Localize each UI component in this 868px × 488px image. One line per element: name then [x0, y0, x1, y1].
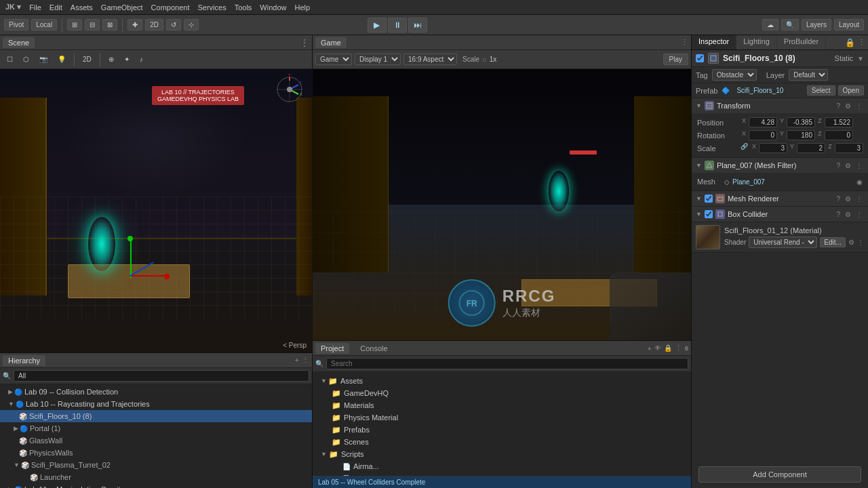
project-search-input[interactable] — [326, 358, 688, 369]
scale-lock-icon[interactable]: 🔗 — [741, 143, 748, 153]
mesh-filter-info[interactable]: ? — [835, 162, 842, 169]
app-brand[interactable]: JK ▾ — [5, 3, 21, 12]
assets-folder[interactable]: ▼ 📁 Assets — [318, 375, 686, 387]
rot-x-field[interactable] — [749, 130, 777, 140]
transform-info-icon[interactable]: ? — [835, 102, 842, 110]
prefab-select-btn[interactable]: Select — [807, 85, 835, 96]
pivot-button[interactable]: Pivot — [4, 19, 28, 30]
gizmos-button[interactable]: ⊕ — [104, 54, 118, 65]
step-button[interactable]: ⏭ — [408, 18, 427, 33]
scale-button[interactable]: ⊹ — [184, 19, 199, 30]
hierarchy-item-scifi[interactable]: 🎲 Scifi_Floors_10 (8) — [0, 410, 312, 422]
audio-button[interactable]: ♪ — [136, 54, 147, 65]
game-canvas[interactable]: FR RRCG 人人素材 — [313, 69, 691, 340]
game-tab[interactable]: Game — [315, 37, 347, 48]
hierarchy-add-icon[interactable]: + — [295, 356, 299, 365]
console-tab[interactable]: Console — [355, 343, 393, 354]
box-collider-menu[interactable]: ⋮ — [854, 211, 864, 218]
search-button[interactable]: 🔍 — [781, 19, 799, 30]
scripts-folder[interactable]: ▼ 📁 Scripts — [318, 448, 686, 460]
box-collider-header[interactable]: ▼ Box Collider ? ⚙ ⋮ — [692, 207, 868, 222]
mesh-renderer-info[interactable]: ? — [835, 195, 842, 203]
shader-menu-icon[interactable]: ⋮ — [857, 239, 864, 246]
mesh-renderer-checkbox[interactable] — [705, 195, 713, 203]
inspector-tab[interactable]: Inspector — [692, 35, 736, 49]
transform-header[interactable]: ▼ Transform ? ⚙ ⋮ — [692, 98, 868, 113]
add-component-button[interactable]: Add Component — [698, 466, 861, 483]
box-collider-settings[interactable]: ⚙ — [844, 211, 852, 218]
hierarchy-tab[interactable]: Hierarchy — [3, 355, 45, 366]
shader-edit-btn[interactable]: Edit... — [820, 237, 846, 247]
hierarchy-item-lab11[interactable]: ▶ 🔵 Lab 11 -- Manipulating Gravity — [0, 483, 312, 488]
2d-scene-button[interactable]: 2D — [79, 54, 96, 65]
mesh-filter-header[interactable]: ▼ Plane_007 (Mesh Filter) ? ⚙ ⋮ — [692, 158, 868, 173]
rot-y-field[interactable] — [787, 130, 815, 140]
hierarchy-item-physics[interactable]: 🎲 PhysicsWalls — [0, 447, 312, 459]
airma-file[interactable]: 📄 Airma... — [318, 460, 686, 472]
menu-tools[interactable]: Tools — [235, 3, 252, 12]
pos-x-field[interactable] — [749, 117, 777, 127]
hierarchy-item-lab10[interactable]: ▼ 🔵 Lab 10 -- Raycasting and Trajectorie… — [0, 398, 312, 410]
hierarchy-item-turret[interactable]: ▼ 🎲 Scifi_Plasma_Turret_02 — [0, 459, 312, 471]
play-game-btn[interactable]: Play — [663, 54, 688, 65]
local-button[interactable]: Local — [31, 19, 57, 30]
gamedevhq-folder[interactable]: 📁 GameDevHQ — [318, 387, 686, 399]
tag-select[interactable]: Obstacle — [712, 69, 757, 81]
hierarchy-item-launcher[interactable]: 🎲 Launcher — [0, 471, 312, 483]
shading-button[interactable]: ☐ — [3, 54, 17, 65]
probuilder-tab[interactable]: ProBuilder — [777, 35, 826, 49]
prefabs-folder[interactable]: 📁 Prefabs — [318, 424, 686, 436]
display-select[interactable]: Display 1 — [355, 54, 401, 65]
pause-button[interactable]: ⏸ — [388, 18, 407, 33]
grid-button[interactable]: ⊞ — [67, 19, 82, 30]
box-collider-checkbox[interactable] — [705, 210, 713, 218]
menu-gameobject[interactable]: GameObject — [101, 3, 143, 12]
hierarchy-content[interactable]: ▶ 🔵 Lab 09 -- Collision Detection ▼ 🔵 La… — [0, 384, 312, 488]
scene-canvas[interactable]: LAB 10 // TRAJECTORIES GAMEDEVHQ PHYSICS… — [0, 69, 312, 352]
prefab-open-btn[interactable]: Open — [838, 85, 864, 96]
wireframe-button[interactable]: ⬡ — [19, 54, 33, 65]
hierarchy-item-glasswall[interactable]: 🎲 GlassWall — [0, 434, 312, 447]
obj-active-checkbox[interactable] — [696, 54, 704, 62]
inspector-menu-icon[interactable]: ⋮ — [858, 38, 865, 47]
lighting-tab[interactable]: Lighting — [736, 35, 777, 49]
2d-button[interactable]: 2D — [145, 19, 163, 30]
hierarchy-item-portal[interactable]: ▶ 🔵 Portal (1) — [0, 422, 312, 434]
project-eye-icon[interactable]: 👁 — [654, 344, 661, 352]
scenes-folder[interactable]: 📁 Scenes — [318, 436, 686, 448]
snap-button[interactable]: ⊠ — [102, 19, 117, 30]
shader-select[interactable]: Universal Rend - — [749, 237, 817, 248]
mesh-filter-menu[interactable]: ⋮ — [854, 162, 864, 169]
rotate-button[interactable]: ↺ — [166, 19, 181, 30]
move-button[interactable]: ✚ — [127, 19, 142, 30]
transform-settings-icon[interactable]: ⚙ — [844, 102, 852, 110]
mesh-renderer-menu[interactable]: ⋮ — [854, 195, 864, 203]
scale-x-field[interactable] — [759, 143, 787, 153]
menu-help[interactable]: Help — [294, 3, 310, 12]
hierarchy-search-input[interactable] — [14, 370, 309, 382]
scale-z-field[interactable] — [835, 143, 863, 153]
project-menu-icon[interactable]: ⋮ — [675, 344, 682, 352]
mesh-filter-settings[interactable]: ⚙ — [844, 162, 852, 169]
inspector-lock-icon[interactable]: 🔒 — [845, 38, 855, 47]
transform-menu-icon[interactable]: ⋮ — [854, 102, 864, 110]
menu-services[interactable]: Services — [197, 3, 226, 12]
shader-settings-icon[interactable]: ⚙ — [848, 239, 854, 246]
game-menu-icon[interactable]: ⋮ — [681, 38, 688, 47]
scene-tab[interactable]: Scene — [3, 37, 35, 48]
game-display-select[interactable]: Game — [315, 54, 352, 65]
mesh-renderer-header[interactable]: ▼ Mesh Renderer ? ⚙ ⋮ — [692, 191, 868, 206]
project-add-icon[interactable]: + — [648, 344, 652, 352]
collab-button[interactable]: ☁ — [762, 19, 778, 30]
menu-assets[interactable]: Assets — [71, 3, 93, 12]
pos-y-field[interactable] — [787, 117, 815, 127]
effects-button[interactable]: ✦ — [120, 54, 134, 65]
project-content[interactable]: ▼ 📁 Assets 📁 GameDevHQ 📁 Materials 📁 — [313, 372, 691, 476]
menu-component[interactable]: Component — [151, 3, 190, 12]
hierarchy-menu-icon[interactable]: ⋮ — [302, 356, 309, 365]
layout-button[interactable]: Layout — [834, 19, 864, 30]
camera-button[interactable]: 📷 — [35, 54, 52, 65]
scene-menu-icon[interactable]: ⋮ — [300, 37, 309, 48]
rot-z-field[interactable] — [825, 130, 853, 140]
layers-button[interactable]: Layers — [802, 19, 831, 30]
